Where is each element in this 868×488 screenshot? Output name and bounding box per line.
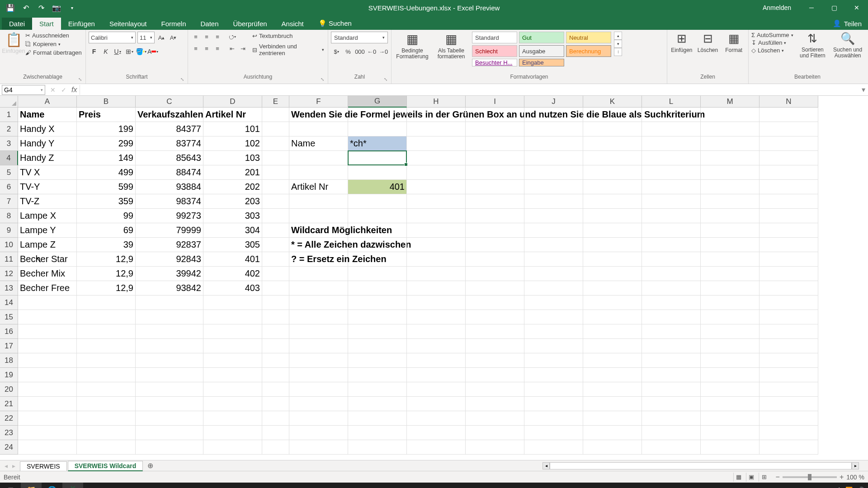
cell-K23[interactable]: [583, 426, 642, 440]
decrease-font-button[interactable]: A▾: [168, 32, 178, 43]
row-header-12[interactable]: 12: [0, 267, 18, 281]
cell-F22[interactable]: [289, 411, 348, 426]
row-header-24[interactable]: 24: [0, 440, 18, 455]
cell-A23[interactable]: [18, 426, 77, 440]
cell-F16[interactable]: [289, 324, 348, 339]
cell-K8[interactable]: [583, 209, 642, 223]
cell-H9[interactable]: [407, 223, 466, 238]
cell-L22[interactable]: [642, 411, 701, 426]
cell-C12[interactable]: 39942: [136, 267, 203, 281]
cell-C14[interactable]: [136, 296, 203, 310]
row-header-19[interactable]: 19: [0, 368, 18, 382]
cell-L21[interactable]: [642, 397, 701, 411]
cell-B14[interactable]: [77, 296, 136, 310]
cell-E21[interactable]: [262, 397, 289, 411]
cell-E19[interactable]: [262, 368, 289, 382]
cell-D2[interactable]: 101: [203, 122, 262, 136]
cell-N14[interactable]: [760, 296, 818, 310]
cell-D8[interactable]: 303: [203, 209, 262, 223]
cell-B5[interactable]: 499: [77, 165, 136, 180]
cell-H6[interactable]: [407, 180, 466, 194]
expand-formula-bar-button[interactable]: ▾: [859, 85, 868, 94]
cell-J14[interactable]: [524, 296, 583, 310]
cell-B3[interactable]: 299: [77, 136, 136, 151]
cell-I18[interactable]: [466, 353, 524, 368]
cell-K12[interactable]: [583, 267, 642, 281]
column-header-J[interactable]: J: [524, 96, 583, 108]
minimize-button[interactable]: ─: [800, 0, 823, 15]
cell-F12[interactable]: [289, 267, 348, 281]
cell-I3[interactable]: [466, 136, 524, 151]
undo-icon[interactable]: ↶: [19, 1, 33, 14]
italic-button[interactable]: K: [100, 46, 111, 57]
cell-F21[interactable]: [289, 397, 348, 411]
cell-E15[interactable]: [262, 310, 289, 324]
cell-A12[interactable]: Becher Mix: [18, 267, 77, 281]
cell-E16[interactable]: [262, 324, 289, 339]
cell-A8[interactable]: Lampe X: [18, 209, 77, 223]
cell-F20[interactable]: [289, 382, 348, 397]
cell-B2[interactable]: 199: [77, 122, 136, 136]
cell-M15[interactable]: [701, 310, 760, 324]
cell-J11[interactable]: [524, 252, 583, 267]
cell-E8[interactable]: [262, 209, 289, 223]
cell-I17[interactable]: [466, 339, 524, 353]
cell-A1[interactable]: Name: [18, 108, 77, 122]
cell-A16[interactable]: [18, 324, 77, 339]
cell-N11[interactable]: [760, 252, 818, 267]
row-header-16[interactable]: 16: [0, 324, 18, 339]
cell-A24[interactable]: [18, 440, 77, 455]
cell-L4[interactable]: [642, 151, 701, 165]
cell-J12[interactable]: [524, 267, 583, 281]
cell-H22[interactable]: [407, 411, 466, 426]
hscroll-track[interactable]: [550, 462, 852, 469]
number-dialog-launcher[interactable]: ⤡: [384, 77, 387, 82]
column-header-B[interactable]: B: [77, 96, 136, 108]
format-cells-button[interactable]: ▦Format: [722, 32, 745, 53]
cell-A17[interactable]: [18, 339, 77, 353]
cell-K16[interactable]: [583, 324, 642, 339]
accounting-format-button[interactable]: $▾: [331, 46, 342, 57]
cell-B11[interactable]: 12,9: [77, 252, 136, 267]
cell-C20[interactable]: [136, 382, 203, 397]
wrap-text-button[interactable]: ↩Textumbruch: [251, 32, 325, 40]
cell-A2[interactable]: Handy X: [18, 122, 77, 136]
cell-F24[interactable]: [289, 440, 348, 455]
cell-A5[interactable]: TV X: [18, 165, 77, 180]
cell-L8[interactable]: [642, 209, 701, 223]
cell-I15[interactable]: [466, 310, 524, 324]
cell-N20[interactable]: [760, 382, 818, 397]
cell-N16[interactable]: [760, 324, 818, 339]
cell-L19[interactable]: [642, 368, 701, 382]
cell-J15[interactable]: [524, 310, 583, 324]
sheet-tab-sverweis[interactable]: SVERWEIS: [20, 461, 67, 471]
cell-C9[interactable]: 79999: [136, 223, 203, 238]
row-header-6[interactable]: 6: [0, 180, 18, 194]
column-header-A[interactable]: A: [18, 96, 77, 108]
cell-D6[interactable]: 202: [203, 180, 262, 194]
horizontal-scrollbar[interactable]: ◂ ▸: [542, 462, 859, 469]
cell-M23[interactable]: [701, 426, 760, 440]
cell-H2[interactable]: [407, 122, 466, 136]
delete-cells-button[interactable]: ⊟Löschen: [696, 32, 720, 53]
cell-J21[interactable]: [524, 397, 583, 411]
qat-dropdown-icon[interactable]: ▾: [65, 1, 79, 14]
align-bottom-button[interactable]: ≡: [212, 32, 222, 42]
cell-L17[interactable]: [642, 339, 701, 353]
cell-M3[interactable]: [701, 136, 760, 151]
decrease-decimal-button[interactable]: →0: [378, 46, 389, 57]
sheet-tab-sverweis-wildcard[interactable]: SVERWEIS Wildcard: [68, 461, 143, 471]
cell-N18[interactable]: [760, 353, 818, 368]
column-header-I[interactable]: I: [466, 96, 524, 108]
row-header-15[interactable]: 15: [0, 310, 18, 324]
cell-M9[interactable]: [701, 223, 760, 238]
cell-B4[interactable]: 149: [77, 151, 136, 165]
new-sheet-button[interactable]: ⊕: [144, 461, 157, 470]
cell-N23[interactable]: [760, 426, 818, 440]
cell-L3[interactable]: [642, 136, 701, 151]
cell-H3[interactable]: [407, 136, 466, 151]
cell-J20[interactable]: [524, 382, 583, 397]
cell-C5[interactable]: 88474: [136, 165, 203, 180]
cell-M7[interactable]: [701, 194, 760, 209]
cell-G9[interactable]: [348, 223, 407, 238]
